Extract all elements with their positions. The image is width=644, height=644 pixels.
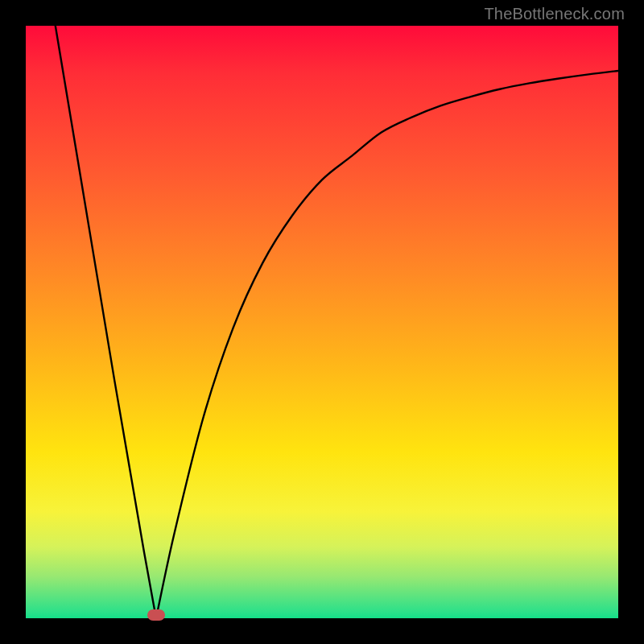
bottleneck-curve: [26, 26, 618, 618]
chart-container: TheBottleneck.com: [0, 0, 644, 644]
plot-area: [26, 26, 618, 618]
watermark-text: TheBottleneck.com: [484, 5, 625, 23]
min-point-marker: [147, 609, 165, 621]
